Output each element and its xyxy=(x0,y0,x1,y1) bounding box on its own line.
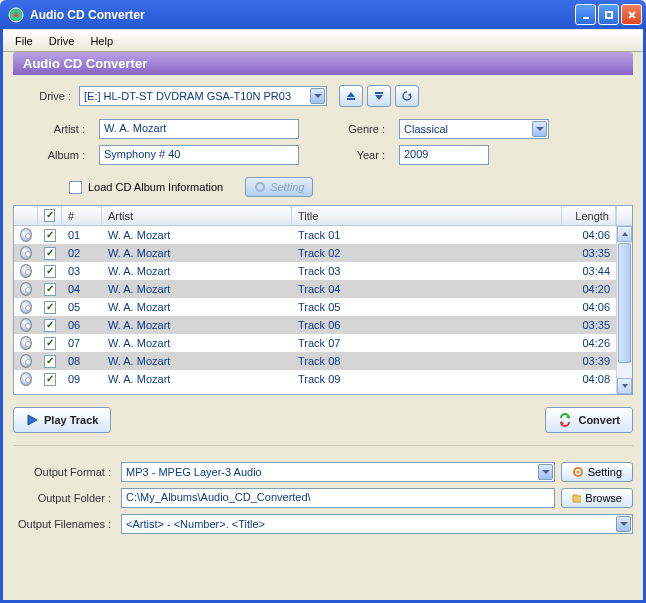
row-checkbox[interactable] xyxy=(44,337,56,350)
row-title: Track 06 xyxy=(292,318,562,332)
row-artist: W. A. Mozart xyxy=(102,372,292,386)
refresh-button[interactable] xyxy=(395,85,419,107)
convert-button[interactable]: Convert xyxy=(545,407,633,433)
close-button[interactable] xyxy=(621,4,642,25)
section-title: Audio CD Converter xyxy=(13,52,633,75)
row-number: 08 xyxy=(62,354,102,368)
menu-file[interactable]: File xyxy=(7,32,41,50)
scrollbar-vertical[interactable] xyxy=(616,226,632,394)
output-filenames-select[interactable]: <Artist> - <Number>. <Title> xyxy=(121,514,633,534)
artist-label: Artist : xyxy=(29,123,89,135)
app-icon xyxy=(8,7,24,23)
row-checkbox[interactable] xyxy=(44,265,56,278)
row-length: 04:20 xyxy=(562,282,616,296)
svg-point-1 xyxy=(14,13,18,17)
row-artist: W. A. Mozart xyxy=(102,264,292,278)
year-label: Year : xyxy=(309,149,389,161)
disc-icon xyxy=(14,281,38,297)
scroll-up-icon[interactable] xyxy=(617,226,632,242)
row-number: 06 xyxy=(62,318,102,332)
dropdown-arrow-icon xyxy=(616,516,631,532)
row-checkbox[interactable] xyxy=(44,355,56,368)
table-row[interactable]: 02W. A. MozartTrack 0203:35 xyxy=(14,244,632,262)
row-length: 04:08 xyxy=(562,372,616,386)
row-title: Track 02 xyxy=(292,246,562,260)
row-length: 03:39 xyxy=(562,354,616,368)
play-track-button[interactable]: Play Track xyxy=(13,407,111,433)
row-number: 09 xyxy=(62,372,102,386)
output-folder-label: Output Folder : xyxy=(13,492,115,504)
output-format-select[interactable]: MP3 - MPEG Layer-3 Audio xyxy=(121,462,555,482)
disc-icon xyxy=(14,227,38,243)
svg-marker-12 xyxy=(622,232,628,236)
minimize-button[interactable] xyxy=(575,4,596,25)
col-checkbox[interactable] xyxy=(38,206,62,225)
output-setting-button[interactable]: Setting xyxy=(561,462,633,482)
scroll-thumb[interactable] xyxy=(618,243,631,363)
row-length: 03:35 xyxy=(562,246,616,260)
gear-icon xyxy=(572,466,584,478)
row-length: 04:26 xyxy=(562,336,616,350)
menu-drive[interactable]: Drive xyxy=(41,32,83,50)
load-cd-info-checkbox[interactable] xyxy=(69,181,82,194)
maximize-button[interactable] xyxy=(598,4,619,25)
col-number[interactable]: # xyxy=(62,206,102,225)
row-title: Track 03 xyxy=(292,264,562,278)
row-checkbox[interactable] xyxy=(44,373,56,386)
artist-field[interactable]: W. A. Mozart xyxy=(99,119,299,139)
row-checkbox[interactable] xyxy=(44,283,56,296)
table-row[interactable]: 03W. A. MozartTrack 0303:44 xyxy=(14,262,632,280)
table-row[interactable]: 01W. A. MozartTrack 0104:06 xyxy=(14,226,632,244)
track-table: # Artist Title Length 01W. A. MozartTrac… xyxy=(13,205,633,395)
row-checkbox[interactable] xyxy=(44,229,56,242)
row-checkbox[interactable] xyxy=(44,319,56,332)
eject-button[interactable] xyxy=(339,85,363,107)
col-icon[interactable] xyxy=(14,206,38,225)
window-title: Audio CD Converter xyxy=(28,8,575,22)
browse-button[interactable]: Browse xyxy=(561,488,633,508)
row-artist: W. A. Mozart xyxy=(102,246,292,260)
drive-select[interactable]: [E:] HL-DT-ST DVDRAM GSA-T10N PR03 xyxy=(79,86,327,106)
table-row[interactable]: 04W. A. MozartTrack 0404:20 xyxy=(14,280,632,298)
svg-point-18 xyxy=(577,471,580,474)
col-title[interactable]: Title xyxy=(292,206,562,225)
col-artist[interactable]: Artist xyxy=(102,206,292,225)
table-row[interactable]: 09W. A. MozartTrack 0904:08 xyxy=(14,370,632,388)
row-checkbox[interactable] xyxy=(44,247,56,260)
table-row[interactable]: 05W. A. MozartTrack 0504:06 xyxy=(14,298,632,316)
convert-icon xyxy=(558,413,572,427)
output-filenames-label: Output Filenames : xyxy=(13,518,115,530)
disc-icon xyxy=(14,371,38,387)
load-button[interactable] xyxy=(367,85,391,107)
row-title: Track 05 xyxy=(292,300,562,314)
titlebar: Audio CD Converter xyxy=(0,0,646,29)
row-number: 01 xyxy=(62,228,102,242)
select-all-checkbox[interactable] xyxy=(44,209,55,222)
row-artist: W. A. Mozart xyxy=(102,354,292,368)
disc-icon xyxy=(14,245,38,261)
dropdown-arrow-icon xyxy=(532,121,547,137)
row-artist: W. A. Mozart xyxy=(102,336,292,350)
row-title: Track 08 xyxy=(292,354,562,368)
folder-icon xyxy=(572,492,581,504)
row-artist: W. A. Mozart xyxy=(102,282,292,296)
svg-marker-10 xyxy=(408,93,411,97)
genre-label: Genre : xyxy=(309,123,389,135)
album-field[interactable]: Symphony # 40 xyxy=(99,145,299,165)
year-field[interactable]: 2009 xyxy=(399,145,489,165)
disc-icon xyxy=(14,299,38,315)
col-length[interactable]: Length xyxy=(562,206,616,225)
scroll-down-icon[interactable] xyxy=(617,378,632,394)
output-folder-field[interactable]: C:\My_Albums\Audio_CD_Converted\ xyxy=(121,488,555,508)
row-title: Track 01 xyxy=(292,228,562,242)
genre-select[interactable]: Classical xyxy=(399,119,549,139)
disc-icon xyxy=(14,263,38,279)
table-row[interactable]: 07W. A. MozartTrack 0704:26 xyxy=(14,334,632,352)
table-row[interactable]: 08W. A. MozartTrack 0803:39 xyxy=(14,352,632,370)
cd-info-setting-button[interactable]: Setting xyxy=(245,177,313,197)
menu-help[interactable]: Help xyxy=(82,32,121,50)
disc-icon xyxy=(14,335,38,351)
svg-point-11 xyxy=(256,183,264,191)
table-row[interactable]: 06W. A. MozartTrack 0603:35 xyxy=(14,316,632,334)
row-checkbox[interactable] xyxy=(44,301,56,314)
